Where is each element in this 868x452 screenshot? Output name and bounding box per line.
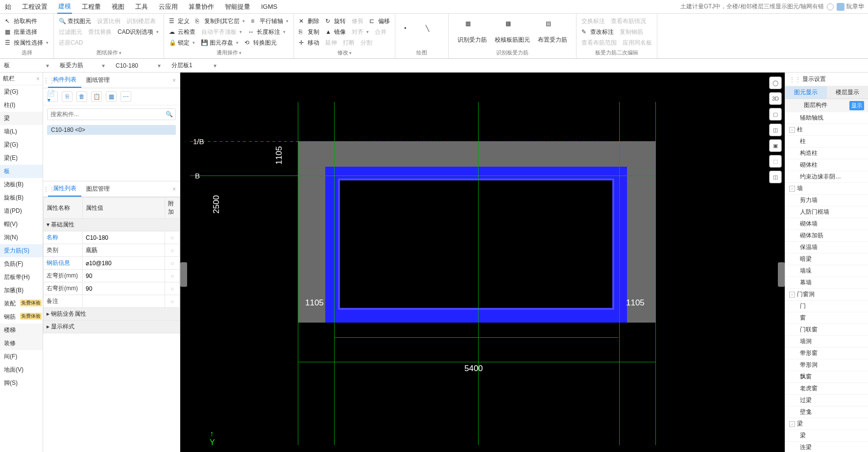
tree-leaf[interactable]: 带形窗	[785, 348, 868, 359]
nav-item[interactable]: 帽(V)	[0, 218, 43, 231]
view-box-button[interactable]: ▢	[769, 108, 782, 121]
grip-icon[interactable]: ⋮⋮	[43, 186, 48, 193]
view-layout-button[interactable]: 查看布筋情况	[611, 17, 646, 25]
delete-button[interactable]: 🗑	[76, 91, 87, 102]
nav-item[interactable]: 间(F)	[0, 350, 43, 363]
tab-properties[interactable]: 属性列表	[48, 181, 81, 197]
menu-item[interactable]: 工程设置	[21, 0, 48, 13]
filter-element-button[interactable]: 过滤图元	[59, 28, 82, 36]
tab-element-display[interactable]: 图元显示	[785, 86, 827, 99]
align-button[interactable]: 对齐	[352, 28, 369, 36]
tree-leaf[interactable]: 保温墙	[785, 242, 868, 253]
tree-leaf[interactable]: 连梁	[785, 442, 868, 452]
view-3d-button[interactable]: 3D	[769, 92, 782, 105]
menu-item[interactable]: 视图	[111, 0, 125, 13]
grip-icon[interactable]: ⋮⋮	[43, 77, 48, 84]
tree-leaf[interactable]: 窗	[785, 312, 868, 324]
break-button[interactable]: 打断	[343, 39, 355, 47]
tab-floor-display[interactable]: 楼层显示	[827, 86, 868, 99]
prop-add[interactable]: ○	[165, 282, 180, 295]
nav-item[interactable]: 洞(N)	[0, 231, 43, 244]
mirror-button[interactable]: ▲镜像	[325, 28, 346, 36]
lock-button[interactable]: 🔒锁定	[169, 39, 195, 47]
tree-leaf[interactable]: 约束边缘非阴…	[785, 171, 868, 183]
category-select[interactable]: 板	[4, 61, 43, 70]
group-label[interactable]: 通用操作	[169, 48, 289, 57]
tree-leaf[interactable]: 过梁	[785, 395, 868, 406]
tree-leaf[interactable]: 门联窗	[785, 324, 868, 336]
collapse-icon[interactable]: −	[789, 127, 795, 133]
group-label[interactable]: 修改	[299, 48, 390, 57]
nav-item[interactable]: 地面(V)	[0, 363, 43, 377]
tree-leaf[interactable]: 飘窗	[785, 371, 868, 383]
restore-cad-button[interactable]: 还原CAD	[59, 39, 83, 47]
close-icon[interactable]: ×	[36, 75, 40, 82]
length-dim-button[interactable]: ↔长度标注	[248, 28, 286, 36]
nav-item[interactable]: 旋板(B)	[0, 191, 43, 204]
layout-rebar-button[interactable]: ▤布置受力筋	[534, 17, 571, 47]
type-select[interactable]: 板受力筋	[60, 61, 99, 70]
group-label[interactable]: 图纸操作	[59, 48, 159, 57]
offset-button[interactable]: ⊏偏移	[369, 17, 390, 25]
tree-category[interactable]: − 梁	[785, 418, 868, 430]
prop-value[interactable]	[83, 270, 165, 282]
prop-value[interactable]	[83, 282, 165, 295]
trim-button[interactable]: 修剪	[352, 17, 363, 25]
section-disp[interactable]: ▸ 显示样式	[44, 321, 180, 333]
nav-item[interactable]: 梁	[0, 112, 43, 125]
search-icon[interactable]	[827, 3, 834, 10]
section-basic[interactable]: ▾ 基础属性	[44, 219, 180, 231]
convert-element-button[interactable]: ⟲转换图元	[244, 39, 277, 47]
panel-handle-left[interactable]	[180, 262, 187, 287]
nav-item[interactable]: 梁(E)	[0, 151, 43, 165]
view-section-button[interactable]: ▣	[769, 139, 782, 152]
collapse-icon[interactable]: −	[789, 421, 795, 427]
find-element-button[interactable]: 🔍查找图元	[59, 17, 91, 25]
nav-item[interactable]: 墙(L)	[0, 125, 43, 138]
nav-item[interactable]: 梁(G)	[0, 85, 43, 99]
tree-leaf[interactable]: 墙洞	[785, 336, 868, 348]
nav-item[interactable]: 层板带(H)	[0, 271, 43, 284]
prop-add[interactable]: ○	[165, 244, 180, 257]
tab-component-list[interactable]: 构件列表	[48, 73, 81, 88]
cloud-check-button[interactable]: ☁云检查	[169, 28, 195, 36]
pick-element-button[interactable]: ↖拾取构件	[5, 17, 48, 25]
more-button[interactable]: ⋯	[121, 91, 131, 102]
check-rebar-button[interactable]: ▩校核板筋图元	[491, 17, 534, 47]
tree-leaf[interactable]: 砌体墙	[785, 218, 868, 230]
view-3d-toggle[interactable]: ◯	[769, 76, 782, 89]
tree-leaf[interactable]: 剪力墙	[785, 195, 868, 206]
menu-item[interactable]: 建模	[57, 0, 72, 14]
tree-category[interactable]: − 柱	[785, 124, 868, 136]
new-button[interactable]: 📄▾	[47, 91, 58, 102]
nav-item[interactable]: 浇板(B)	[0, 178, 43, 191]
set-scale-button[interactable]: 设置比例	[97, 17, 121, 25]
tree-leaf[interactable]: 幕墙	[785, 277, 868, 289]
tree-category[interactable]: − 门窗洞	[785, 289, 868, 301]
nav-item[interactable]: 受力筋(S)	[0, 244, 43, 257]
define-button[interactable]: ☰定义	[169, 17, 190, 25]
draw-line-button[interactable]: ╲	[422, 22, 443, 42]
nav-item[interactable]: 道(PD)	[0, 204, 43, 218]
tree-leaf[interactable]: 砌体加筋	[785, 230, 868, 242]
edit-label-button[interactable]: ✎查改标注	[581, 28, 614, 36]
cad-options-button[interactable]: CAD识别选项	[118, 28, 159, 36]
nav-item[interactable]: 钢筋免费体验	[0, 310, 43, 324]
name-select[interactable]: C10-180	[116, 62, 155, 69]
nav-item[interactable]: 加腋(B)	[0, 284, 43, 297]
prop-value[interactable]	[83, 257, 165, 270]
tree-leaf[interactable]: 老虎窗	[785, 383, 868, 395]
apply-same-button[interactable]: 应用同名板	[623, 39, 652, 47]
recog-rebar-button[interactable]: ▦识别受力筋	[454, 17, 491, 47]
tree-leaf[interactable]: 辅助轴线	[785, 112, 868, 124]
user-label[interactable]: 阮章华	[837, 2, 864, 11]
rotate-button[interactable]: ↻旋转	[325, 17, 346, 25]
search-icon[interactable]: 🔍	[166, 111, 173, 118]
canvas[interactable]: 1/B B 1105 2500 1105 1105 5400 ↑Y ◯ 3D ▢…	[180, 73, 785, 452]
tree-category[interactable]: − 墙	[785, 183, 868, 195]
component-chip[interactable]: C10-180 <0>	[47, 125, 176, 135]
view-iso-button[interactable]: ◫	[769, 124, 782, 136]
tree-leaf[interactable]: 砌体柱	[785, 159, 868, 171]
copy-button[interactable]: ⎘复制	[299, 28, 319, 36]
layer-select[interactable]: 分层板1	[171, 61, 211, 70]
